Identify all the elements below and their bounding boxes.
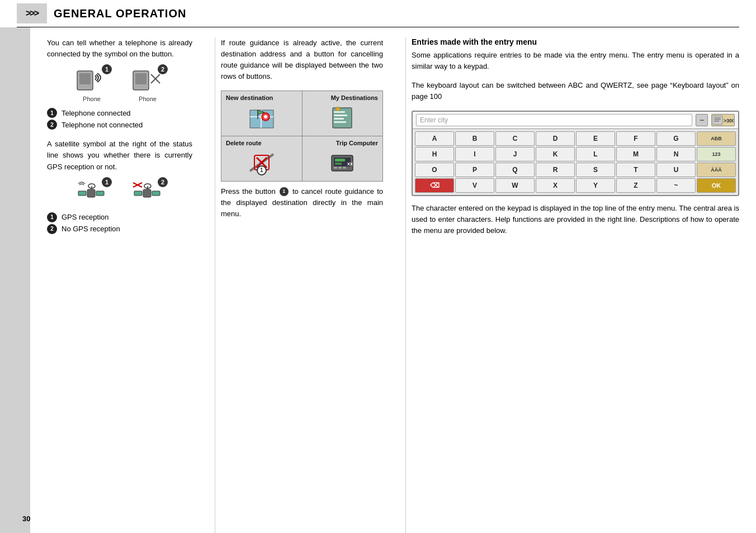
key-A[interactable]: A (415, 131, 454, 146)
key-L[interactable]: L (576, 147, 615, 161)
key-ok[interactable]: OK (697, 178, 736, 193)
svg-rect-37 (335, 159, 345, 161)
key-tilde[interactable]: ~ (656, 178, 696, 193)
key-umlaut[interactable]: ÄÄÄ (697, 163, 736, 177)
col2-para2: Press the button 1 to cancel route guida… (221, 186, 383, 220)
key-T[interactable]: T (616, 163, 655, 177)
key-abc[interactable]: АБВ (697, 131, 736, 146)
nav-icon-my-destinations (307, 104, 379, 130)
key-E[interactable]: E (576, 131, 615, 146)
key-I[interactable]: I (455, 147, 494, 161)
column-2: If route guidance is already active, the… (221, 37, 400, 533)
phone-connected-badge: 1 (102, 64, 112, 74)
no-gps-badge-2: 2 (158, 177, 168, 187)
key-S[interactable]: S (576, 163, 615, 177)
phone-connected-box: 1 Phone (75, 68, 108, 102)
gps-legend-2-circle: 2 (47, 224, 57, 234)
col1-para1: You can tell whether a telephone is alre… (47, 37, 192, 60)
main-wrapper: You can tell whether a telephone is alre… (0, 27, 756, 533)
svg-rect-27 (334, 115, 347, 116)
divider-2 (405, 37, 406, 533)
col3-para1: Some applications require entries to be … (412, 50, 739, 72)
key-N[interactable]: N (656, 147, 696, 161)
main-content: You can tell whether a telephone is alre… (30, 27, 756, 533)
phone-icon-connected: 1 (75, 68, 108, 94)
key-V[interactable]: V (455, 178, 494, 193)
svg-text:xx: xx (347, 161, 353, 166)
nav-icon-trip-computer: xx (307, 150, 379, 175)
svg-rect-13 (152, 191, 160, 196)
key-F[interactable]: F (616, 131, 655, 146)
entry-300-button[interactable]: >300 (711, 114, 735, 126)
nav-label-delete-route: Delete route (226, 140, 297, 146)
key-H[interactable]: H (415, 147, 454, 161)
divider-1 (215, 37, 215, 533)
nav-label-trip-computer: Trip Computer (307, 140, 379, 146)
gps-reception-icon: 1 (75, 180, 108, 207)
svg-rect-12 (134, 191, 142, 196)
col1-para2: A satellite symbol at the right of the s… (47, 139, 192, 172)
page-number: 30 (22, 515, 30, 523)
key-Q[interactable]: Q (495, 163, 535, 177)
key-R[interactable]: R (536, 163, 575, 177)
no-gps-icon: 2 (131, 180, 164, 207)
nav-icon-delete-route: 1 (226, 150, 297, 175)
phone-legend-disconnected: 2 Telephone not connected (47, 120, 192, 130)
svg-rect-38 (335, 163, 342, 165)
page-title: GENERAL OPERATION (54, 7, 186, 20)
key-K[interactable]: K (536, 147, 575, 161)
col3-para2: The keyboard layout can be switched betw… (412, 80, 739, 102)
entry-city-field[interactable]: Enter city (416, 114, 692, 126)
no-gps-box: 2 (131, 180, 164, 207)
svg-rect-29 (334, 121, 346, 123)
key-W[interactable]: W (495, 178, 535, 193)
key-M[interactable]: M (616, 147, 655, 161)
phone-disconnected-box: 2 Phone (131, 68, 164, 102)
nav-cell-trip-computer[interactable]: Trip Computer (303, 136, 383, 181)
entry-minus-button[interactable]: − (696, 114, 708, 126)
entries-heading: Entries made with the entry menu (412, 37, 739, 46)
key-P[interactable]: P (455, 163, 494, 177)
svg-rect-40 (334, 166, 337, 169)
col2-para1: If route guidance is already active, the… (221, 37, 383, 83)
svg-rect-6 (87, 189, 95, 197)
key-J[interactable]: J (495, 147, 535, 161)
nav-cell-new-destination[interactable]: New destination (221, 91, 302, 136)
phone-connected-icon: 1 (75, 68, 108, 94)
col2-para2-text: Press the button (221, 187, 276, 196)
key-O[interactable]: O (415, 163, 454, 177)
nav-icon-new-destination (226, 104, 297, 130)
key-Z[interactable]: Z (616, 178, 655, 193)
key-G[interactable]: G (656, 131, 696, 146)
column-1: You can tell whether a telephone is alre… (47, 37, 209, 533)
key-Y[interactable]: Y (576, 178, 615, 193)
gps-reception-box: 1 (75, 180, 108, 207)
key-D[interactable]: D (536, 131, 575, 146)
phone-icon-disconnected: 2 (131, 68, 164, 94)
new-destination-icon-svg (248, 104, 276, 130)
key-B[interactable]: B (455, 131, 494, 146)
svg-rect-41 (338, 166, 342, 169)
nav-cell-delete-route[interactable]: Delete route (221, 136, 302, 181)
trip-computer-icon-svg: xx (328, 150, 356, 175)
phone-disconnected-icon: 2 (131, 68, 164, 94)
svg-rect-8 (96, 191, 104, 196)
key-delete[interactable]: ⌫ (415, 178, 454, 193)
key-X[interactable]: X (536, 178, 575, 193)
svg-rect-11 (143, 189, 151, 197)
nav-cell-my-destinations[interactable]: My Destinations (303, 91, 383, 136)
svg-rect-42 (343, 166, 346, 169)
gps-legend-1-circle: 1 (47, 212, 57, 222)
page-header: >>> GENERAL OPERATION (17, 0, 739, 27)
nav-grid: New destination (221, 91, 382, 181)
svg-rect-3 (135, 73, 147, 84)
legend-2-text: Telephone not connected (62, 121, 143, 129)
key-C[interactable]: C (495, 131, 535, 146)
key-U[interactable]: U (656, 163, 696, 177)
gps-legend-2: 2 No GPS reception (47, 224, 192, 234)
legend-1-circle: 1 (47, 108, 57, 118)
entry-menu: Enter city − >300 (412, 111, 739, 196)
col3-para3: The character entered on the keypad is d… (412, 203, 739, 236)
key-123[interactable]: 123 (697, 147, 736, 161)
col2-circle-1: 1 (280, 187, 289, 196)
